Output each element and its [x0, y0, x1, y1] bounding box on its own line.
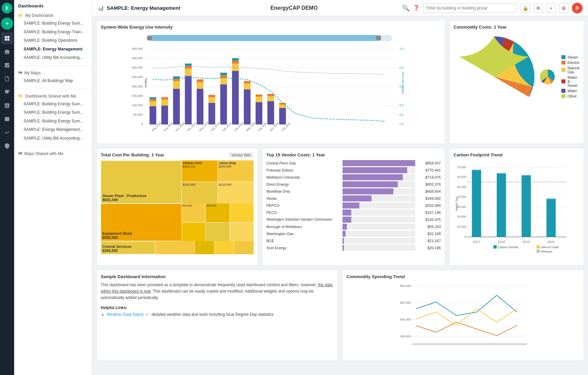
treemap-cell-2[interactable]: Admin Bldg$245,000: [218, 160, 254, 182]
svg-text:50,000: 50,000: [457, 185, 466, 188]
vendor-amount-5: $349,082: [417, 196, 441, 200]
nav-analytics[interactable]: [1, 126, 13, 139]
add-widget-button[interactable]: +: [546, 3, 556, 13]
treemap-cell-7[interactable]: [230, 203, 254, 222]
sidebar-item-building-ops[interactable]: SAMPLE: Building Operations: [14, 36, 92, 45]
nav-reports[interactable]: [1, 100, 13, 112]
vendor-row-4[interactable]: Workflow Only $608,654: [266, 188, 441, 194]
svg-text:0.2: 0.2: [399, 113, 404, 116]
vendor-row-1[interactable]: Potomac Edison $770,441: [266, 167, 441, 173]
treemap-cell-5[interactable]: $95,000: [182, 203, 205, 222]
treemap-value: $350,593: [102, 249, 154, 253]
nav-maps[interactable]: [1, 113, 13, 125]
maps-shared-label[interactable]: 🗺 Maps Shared with Me: [14, 150, 92, 157]
nav-settings[interactable]: [1, 140, 13, 152]
expand-button[interactable]: ⊞: [559, 3, 568, 13]
treemap-bottom-right: [156, 241, 254, 254]
sidebar-item-shared-3[interactable]: SAMPLE: Energy Management...: [14, 125, 92, 134]
treemap-cell-1[interactable]: Athletic Field$289,114: [182, 160, 218, 182]
svg-text:40,000: 40,000: [457, 195, 466, 198]
svg-text:2018: 2018: [498, 240, 505, 243]
svg-rect-121: [493, 245, 497, 249]
vendor-row-3[interactable]: Direct Energy $655,376: [266, 181, 441, 187]
row2-grid: Total Cost Per Building: 1 Year Vendor B…: [96, 148, 584, 266]
treemap-cell-14[interactable]: [234, 241, 254, 254]
treemap-equipment-shed[interactable]: Equipment Shed $592,566: [101, 203, 182, 241]
treemap-cell-10[interactable]: [230, 223, 254, 241]
search-icon[interactable]: 🔍: [402, 4, 410, 12]
svg-rect-59: [232, 61, 239, 64]
sidebar-item-all-buildings-map[interactable]: SAMPLE: All Buildings Map: [14, 77, 92, 85]
vendor-name-10: Washington Gas: [266, 232, 340, 236]
sidebar-item-building-energy-train[interactable]: SAMPLE: Building Energy-Train...: [14, 28, 92, 37]
treemap-cell-11[interactable]: [156, 241, 194, 254]
treemap-cell-6[interactable]: $88,000: [206, 203, 229, 222]
svg-rect-108: [522, 175, 531, 237]
trend-card: Commodity Spending Trend 800,000 600,000…: [342, 270, 584, 361]
svg-rect-0: [5, 36, 7, 38]
treemap-steam-plant[interactable]: Steam Plant - Production $602,449: [101, 160, 182, 204]
vendor-row-0[interactable]: Central Penn Gas $859,637: [266, 160, 441, 166]
sidebar-item-shared-1[interactable]: SAMPLE: Building Energy Sum...: [14, 108, 92, 117]
my-maps-label[interactable]: 🗺 My Maps: [14, 69, 92, 77]
add-button[interactable]: +: [1, 17, 13, 30]
treemap-cell-4[interactable]: $120,000: [218, 182, 254, 203]
trend-chart-svg: 800,000 600,000 400,000 200,000: [347, 282, 580, 349]
svg-rect-47: [197, 89, 203, 124]
svg-text:0: 0: [141, 122, 143, 126]
lock-button[interactable]: 🔒: [521, 3, 530, 13]
settings-button[interactable]: ⚙: [533, 3, 543, 13]
nav-projects[interactable]: [1, 86, 13, 98]
dashboards-shared-label[interactable]: 📁 Dashboards Shared with Me: [14, 92, 92, 100]
vendor-row-5[interactable]: Veolia $349,082: [266, 195, 441, 201]
svg-text:300,000: 300,000: [132, 66, 143, 69]
nav-meters[interactable]: [1, 59, 13, 71]
svg-text:2020: 2020: [547, 240, 555, 243]
vendor-row-9[interactable]: Borough of Wellsboro $56,163: [266, 224, 441, 230]
treemap-label: Central Services: [102, 245, 154, 249]
vendor-row-11[interactable]: BGE $21,167: [266, 238, 441, 244]
pie-chart-svg: [454, 36, 534, 117]
vendor-row-10[interactable]: Washington Gas $32,168: [266, 231, 441, 237]
treemap-cell-9[interactable]: [206, 223, 229, 241]
sidebar-item-shared-2[interactable]: SAMPLE: Building Energy Sum...: [14, 117, 92, 126]
vendor-bar-4: [342, 188, 415, 194]
sidebar-item-building-energy-sum[interactable]: SAMPLE: Building Energy Sum...: [14, 19, 92, 28]
sidebar-item-utility-bill[interactable]: SAMPLE: Utility Bill Accounting...: [14, 53, 92, 62]
svg-rect-106: [497, 173, 506, 237]
energy-chart-container: 400,000 350,000 300,000 250,000 200,000 …: [101, 32, 441, 133]
nav-dashboards[interactable]: [1, 32, 13, 44]
user-avatar[interactable]: D: [572, 3, 583, 13]
svg-rect-34: [150, 99, 156, 101]
help-icon[interactable]: ❓: [413, 5, 420, 11]
treemap-cell-13[interactable]: [215, 241, 234, 254]
info-card-title: Sample Dashboard Information: [101, 274, 334, 279]
map-shared-icon: 🗺: [18, 151, 22, 156]
treemap-central-services[interactable]: Central Services $350,593: [101, 241, 156, 254]
nav-bills[interactable]: [1, 73, 13, 85]
vendor-name-0: Central Penn Gas: [266, 161, 340, 165]
treemap-value: $592,566: [102, 235, 180, 239]
vendor-row-8[interactable]: Washington Suburban Sanitary Commission …: [266, 217, 441, 223]
legend-water-sewer-dot: [561, 79, 565, 83]
sidebar: Dashboards 📁 My Dashboards SAMPLE: Build…: [14, 0, 92, 375]
vendor-row-2[interactable]: Wellsboro University $719,075: [266, 174, 441, 180]
sidebar-item-shared-0[interactable]: SAMPLE: Building Energy Sum...: [14, 100, 92, 109]
svg-point-6: [147, 35, 152, 41]
treemap-cell-12[interactable]: [195, 241, 214, 254]
weather-data-link[interactable]: Weather Data Depot ↗: [107, 312, 148, 317]
svg-rect-3: [7, 39, 9, 41]
sidebar-item-energy-management[interactable]: SAMPLE: Energy Management: [14, 45, 92, 54]
vendor-row-6[interactable]: PEPCO $202,084: [266, 202, 441, 209]
vendor-row-12[interactable]: Xcel Energy $20,196: [266, 245, 441, 251]
nav-buildings[interactable]: [1, 46, 13, 58]
legend-electric: Electric: [561, 61, 580, 65]
treemap-cell-8[interactable]: [182, 223, 205, 241]
vendor-row-7[interactable]: PECO $107,146: [266, 210, 441, 216]
treemap-cell-3[interactable]: $180,000: [182, 182, 218, 203]
svg-rect-64: [256, 102, 262, 124]
row3-grid: Sample Dashboard Information This dashbo…: [96, 270, 584, 361]
filter-input[interactable]: [423, 3, 517, 13]
sidebar-item-shared-4[interactable]: SAMPLE: Utility Bill Accounting...: [14, 134, 92, 143]
my-dashboards-label[interactable]: 📁 My Dashboards: [14, 12, 92, 19]
